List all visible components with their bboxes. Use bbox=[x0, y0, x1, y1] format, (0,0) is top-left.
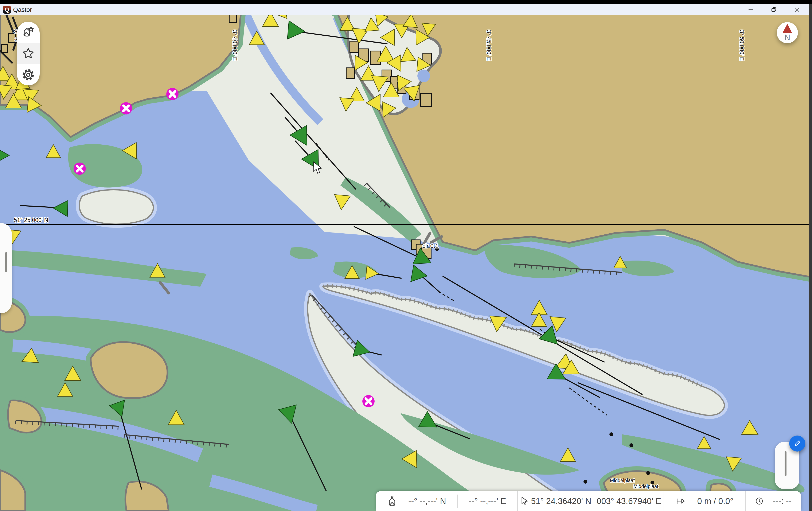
grid-label: 51° 25.000' N bbox=[14, 217, 48, 223]
north-compass[interactable]: N bbox=[777, 22, 798, 43]
wall-tick bbox=[124, 435, 124, 438]
qastor-app-window: { "window": {"title": "Qastor"}, "titleb… bbox=[0, 0, 812, 511]
wall-tick bbox=[209, 443, 209, 446]
wall-tick bbox=[33, 421, 33, 425]
favorites-star-icon bbox=[22, 47, 35, 60]
map-toolbar bbox=[17, 22, 40, 85]
wall-tick bbox=[593, 270, 594, 274]
left-drawer-handle[interactable] bbox=[0, 223, 12, 313]
basin-water bbox=[417, 69, 430, 82]
divider bbox=[594, 494, 594, 508]
close-icon bbox=[794, 7, 800, 13]
own-ship-position-section[interactable]: --° --,---' N --° --,---' E bbox=[376, 491, 517, 511]
wall-tick bbox=[605, 271, 605, 275]
wall-tick bbox=[226, 444, 226, 448]
title-bar: Q Qastor bbox=[0, 4, 809, 15]
grid-label: 3° 50.000' E bbox=[738, 30, 745, 61]
wall-tick bbox=[27, 421, 27, 425]
close-button[interactable] bbox=[785, 4, 809, 15]
grid-label: 3° 40.000' E bbox=[232, 30, 238, 61]
map-label: Middelplaat bbox=[610, 478, 635, 483]
obstruction-x-marker[interactable] bbox=[166, 88, 178, 100]
measure-section[interactable]: 0 m / 0.0° bbox=[664, 491, 745, 511]
map-label: Middelplaat bbox=[634, 484, 658, 489]
maximize-button[interactable] bbox=[762, 4, 785, 15]
wall-tick bbox=[141, 436, 141, 439]
wall-tick bbox=[78, 424, 79, 427]
wall-tick bbox=[147, 437, 147, 440]
wall-tick bbox=[542, 266, 543, 269]
wall-tick bbox=[599, 271, 600, 274]
wall-tick bbox=[559, 267, 560, 271]
nautical-chart[interactable]: 51° 25.000' N3° 40.000' E3° 45.000' E3° … bbox=[0, 0, 812, 511]
own-ship-icon bbox=[387, 495, 397, 507]
cursor-position-section[interactable]: 51° 24.36420' N 003° 43.67940' E bbox=[517, 491, 664, 511]
wall-tick bbox=[616, 272, 616, 275]
wall-tick bbox=[565, 268, 566, 271]
obstruction-x-marker[interactable] bbox=[120, 102, 132, 114]
wall-tick bbox=[129, 435, 130, 438]
wall-tick bbox=[203, 442, 204, 446]
window-controls bbox=[739, 4, 809, 15]
wall-tick bbox=[192, 441, 192, 445]
cursor-position-icon bbox=[520, 496, 529, 506]
obstruction-x-marker[interactable] bbox=[362, 395, 375, 407]
obstruction-x-marker[interactable] bbox=[74, 163, 86, 175]
screen-top-strip bbox=[0, 0, 812, 4]
harbour-building bbox=[2, 45, 8, 53]
point-feature bbox=[609, 432, 613, 436]
wall-tick bbox=[21, 421, 22, 424]
wall-tick bbox=[67, 423, 67, 427]
point-feature bbox=[646, 471, 650, 475]
wall-tick bbox=[198, 442, 198, 445]
restore-icon bbox=[771, 7, 777, 13]
edit-pencil-button[interactable] bbox=[789, 435, 805, 452]
cursor-lon: 003° 43.67940' E bbox=[597, 496, 661, 506]
wall-tick bbox=[548, 267, 548, 270]
screen-right-strip bbox=[809, 4, 812, 511]
harbour-building bbox=[346, 68, 354, 78]
wall-tick bbox=[215, 443, 215, 447]
wall-tick bbox=[221, 444, 221, 447]
drag-grip-icon bbox=[5, 252, 7, 273]
wall-tick bbox=[61, 423, 61, 426]
pencil-icon bbox=[793, 439, 802, 448]
status-bar: --° --,---' N --° --,---' E 51° 24.36420… bbox=[376, 491, 801, 511]
toolbar-favorites-button[interactable] bbox=[17, 43, 40, 64]
app-title: Qastor bbox=[13, 6, 32, 13]
harbour-building bbox=[421, 93, 431, 106]
drag-grip-icon bbox=[785, 451, 786, 476]
measure-value: 0 m / 0.0° bbox=[697, 496, 733, 506]
compass-north-label: N bbox=[784, 33, 790, 41]
compass-needle-icon bbox=[782, 24, 792, 33]
wall-tick bbox=[118, 426, 118, 430]
time-value: ---: -- bbox=[773, 496, 791, 506]
toolbar-pilot-route-button[interactable] bbox=[17, 22, 40, 43]
settings-gear-icon bbox=[22, 68, 35, 81]
minimize-button[interactable] bbox=[739, 4, 762, 15]
minimize-icon bbox=[748, 7, 753, 12]
wall-tick bbox=[610, 272, 611, 275]
wall-tick bbox=[135, 436, 136, 439]
pilot-route-icon bbox=[22, 26, 35, 39]
divider bbox=[457, 494, 458, 508]
wall-tick bbox=[101, 425, 101, 429]
qastor-logo-icon: Q bbox=[3, 6, 11, 14]
map-label: clr 0.1 bbox=[423, 243, 438, 249]
wall-tick bbox=[554, 267, 554, 271]
cursor-lat: 51° 24.36420' N bbox=[531, 496, 591, 506]
clock-icon bbox=[755, 497, 763, 505]
sandbank bbox=[79, 190, 153, 224]
grid-label: 3° 45.000' E bbox=[486, 30, 492, 61]
time-section[interactable]: ---: -- bbox=[745, 491, 801, 511]
measure-icon bbox=[676, 497, 686, 505]
wall-tick bbox=[525, 265, 526, 268]
wall-tick bbox=[152, 437, 153, 441]
wall-tick bbox=[16, 421, 16, 424]
point-feature bbox=[630, 443, 633, 447]
wall-tick bbox=[55, 423, 56, 426]
own-ship-lon: --° --,---' E bbox=[469, 496, 506, 506]
wall-tick bbox=[72, 424, 73, 427]
point-feature bbox=[583, 480, 587, 484]
wall-tick bbox=[531, 265, 531, 268]
